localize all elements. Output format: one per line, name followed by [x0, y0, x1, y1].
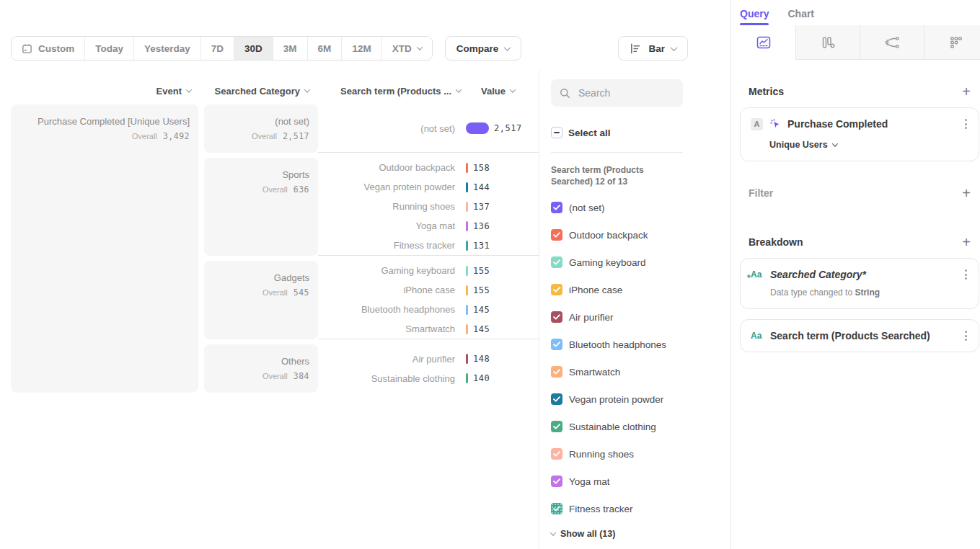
legend-item[interactable]: Vegan protein powder — [551, 385, 730, 413]
checkbox-checked[interactable] — [551, 311, 562, 323]
checkbox-checked[interactable] — [551, 393, 562, 405]
app-root: CustomTodayYesterday7D30D3M6M12MXTD Comp… — [0, 0, 980, 549]
checkbox-checked[interactable] — [551, 366, 562, 378]
table-row: Gaming keyboard155 — [318, 261, 539, 280]
legend-item-label: Sustainable clothing — [569, 421, 656, 432]
chart-type-button[interactable]: Bar — [618, 36, 688, 61]
legend-item-label: (not set) — [569, 202, 605, 213]
legend-item[interactable]: Running shoes — [551, 440, 730, 468]
indeterminate-checkbox-icon[interactable] — [551, 127, 562, 138]
select-all-row[interactable]: Select all — [551, 127, 730, 138]
legend-item[interactable]: Fitness tracker — [551, 495, 730, 522]
legend-item-label: iPhone case — [569, 285, 622, 295]
checkbox-checked[interactable] — [551, 503, 562, 514]
legend-item[interactable]: Smartwatch — [551, 358, 730, 385]
legend-item[interactable]: Bluetooth headphones — [551, 331, 730, 358]
tab-chart[interactable]: Chart — [787, 8, 814, 25]
category-name: (not set) — [213, 115, 309, 128]
value-bar — [466, 373, 468, 383]
search-term-label: Vegan protein powder — [318, 182, 455, 192]
checkbox-checked[interactable] — [551, 448, 562, 460]
tab-flows[interactable] — [860, 25, 924, 60]
search-input[interactable] — [577, 86, 671, 99]
category-cell: (not set)Overall2,517 — [204, 104, 318, 153]
tab-retention[interactable] — [924, 25, 980, 60]
divider — [551, 152, 683, 153]
value-text: 137 — [473, 202, 490, 212]
value-bar — [466, 221, 468, 231]
toolbar: CustomTodayYesterday7D30D3M6M12MXTD Comp… — [0, 36, 730, 61]
column-header-search-term[interactable]: Search term (Products ... — [324, 86, 461, 97]
date-range-xtd[interactable]: XTD — [382, 37, 432, 60]
filter-heading: Filter — [749, 187, 773, 199]
breakdown-card-searched-category[interactable]: *Aa Searched Category* Data type changed… — [740, 258, 979, 309]
search-term-label: Running shoes — [318, 201, 455, 212]
checkbox-checked[interactable] — [551, 476, 562, 487]
checkbox-checked[interactable] — [551, 284, 562, 295]
search-term-label: Sustainable clothing — [318, 373, 455, 384]
tab-funnels[interactable] — [795, 25, 860, 60]
category-overall: Overall2,517 — [213, 131, 309, 141]
legend-items: (not set)Outdoor backpackGaming keyboard… — [551, 194, 730, 522]
checkbox-checked[interactable] — [551, 229, 562, 241]
overall-label: Overall — [132, 132, 157, 140]
legend-item-label: Bluetooth headphones — [569, 339, 666, 350]
overall-label: Overall — [262, 372, 288, 380]
metric-card[interactable]: A Purchase Completed — [740, 107, 979, 161]
kebab-menu-icon[interactable] — [963, 117, 968, 130]
date-range-12m[interactable]: 12M — [342, 37, 381, 60]
date-range-yesterday[interactable]: Yesterday — [134, 37, 201, 60]
metrics-heading: Metrics — [749, 86, 784, 97]
date-range-today[interactable]: Today — [85, 37, 134, 60]
date-range-label: Yesterday — [144, 43, 190, 54]
search-box[interactable] — [551, 79, 683, 107]
column-header-label: Event — [156, 86, 182, 97]
checkbox-checked[interactable] — [551, 339, 562, 350]
calendar-icon — [22, 43, 32, 54]
date-range-custom[interactable]: Custom — [12, 37, 85, 60]
tab-query[interactable]: Query — [740, 8, 769, 25]
legend-item[interactable]: iPhone case — [551, 276, 730, 303]
measure-selector[interactable]: Unique Users — [769, 140, 968, 150]
event-title: Purchase Completed [Unique Users] — [19, 115, 190, 128]
legend-item[interactable]: Gaming keyboard — [551, 249, 730, 276]
breakdown-card-search-term[interactable]: Aa Search term (Products Searched) — [740, 319, 979, 352]
date-range-6m[interactable]: 6M — [308, 37, 343, 60]
legend-item[interactable]: Outdoor backpack — [551, 221, 730, 249]
legend-group-label: Search term (Products Searched) 12 of 13 — [551, 164, 677, 187]
checkbox-checked[interactable] — [551, 202, 562, 213]
checkbox-checked[interactable] — [551, 421, 562, 432]
overall-label: Overall — [252, 132, 277, 140]
checkbox-checked[interactable] — [551, 256, 562, 268]
date-range-label: XTD — [392, 43, 412, 54]
date-range-7d[interactable]: 7D — [201, 37, 234, 60]
legend-item[interactable]: (not set) — [551, 194, 730, 221]
compare-button[interactable]: Compare — [445, 36, 522, 61]
column-header-searched-category[interactable]: Searched Category — [204, 86, 318, 97]
tab-insights[interactable] — [731, 25, 795, 60]
add-filter-button plus-icon[interactable]: + — [962, 188, 971, 198]
add-breakdown-button plus-icon[interactable]: + — [962, 237, 971, 247]
kebab-menu-icon[interactable] — [963, 268, 968, 281]
add-metric-button plus-icon[interactable]: + — [962, 86, 971, 97]
search-term-label: Yoga mat — [318, 220, 455, 231]
value-text: 2,517 — [494, 123, 522, 133]
column-header-event[interactable]: Event — [11, 86, 198, 97]
date-range-30d[interactable]: 30D — [234, 37, 273, 60]
legend-item[interactable]: Air purifier — [551, 303, 730, 331]
kebab-menu-icon[interactable] — [963, 329, 968, 342]
show-all-toggle[interactable]: Show all (13) — [551, 525, 730, 543]
sidebar-body: Metrics + A — [731, 60, 980, 352]
legend-item-label: Vegan protein powder — [569, 394, 663, 405]
legend-item[interactable]: Sustainable clothing — [551, 413, 730, 440]
category-overall: Overall545 — [213, 287, 309, 298]
date-range-3m[interactable]: 3M — [273, 37, 308, 60]
breakdown-section-header: Breakdown + — [740, 236, 979, 248]
value-text: 136 — [473, 221, 490, 231]
overall-value: 384 — [293, 371, 309, 381]
column-header-value[interactable]: Value — [481, 86, 515, 97]
legend-item[interactable]: Yoga mat — [551, 468, 730, 495]
chevron-down-icon — [416, 44, 422, 50]
data-type-value: String — [855, 287, 880, 298]
filter-section-header: Filter + — [740, 187, 979, 199]
